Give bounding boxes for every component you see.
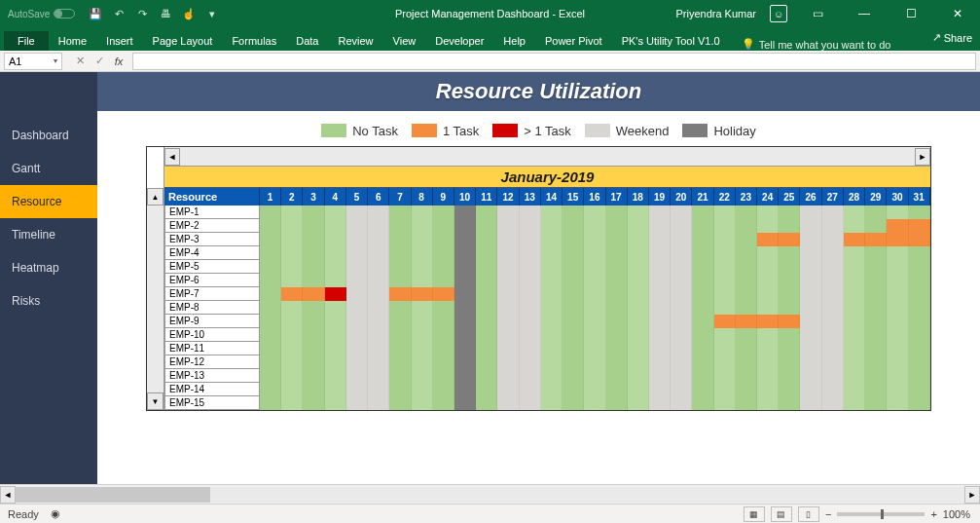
grid-cell[interactable] [520,287,541,301]
grid-cell[interactable] [757,383,779,396]
grid-cell[interactable] [368,383,389,396]
grid-cell[interactable] [497,342,519,355]
grid-cell[interactable] [325,396,346,410]
grid-cell[interactable] [325,274,346,287]
grid-cell[interactable] [714,355,736,369]
pagelayout-view-icon[interactable]: ▤ [771,506,792,522]
grid-cell[interactable] [671,396,692,410]
grid-cell[interactable] [800,301,821,315]
resource-name-cell[interactable]: EMP-5 [164,260,260,274]
grid-cell[interactable] [389,219,411,233]
ribbon-tab-view[interactable]: View [383,31,426,51]
grid-cell[interactable] [779,287,800,301]
grid-cell[interactable] [260,205,281,219]
grid-cell[interactable] [649,369,671,383]
grid-cell[interactable] [368,274,389,287]
grid-cell[interactable] [454,328,476,342]
grid-cell[interactable] [281,355,303,369]
grid-cell[interactable] [433,233,454,246]
grid-cell[interactable] [865,274,887,287]
resource-name-cell[interactable]: EMP-14 [164,383,260,396]
grid-cell[interactable] [800,219,821,233]
grid-cell[interactable] [454,383,476,396]
grid-cell[interactable] [563,233,584,246]
grid-cell[interactable] [692,355,713,369]
grid-cell[interactable] [779,396,800,410]
grid-cell[interactable] [281,233,303,246]
grid-cell[interactable] [281,315,303,328]
grid-cell[interactable] [303,260,324,274]
grid-cell[interactable] [757,233,779,246]
grid-cell[interactable] [865,355,887,369]
grid-cell[interactable] [736,274,757,287]
grid-cell[interactable] [368,369,389,383]
grid-cell[interactable] [541,328,563,342]
grid-cell[interactable] [584,274,605,287]
grid-cell[interactable] [800,396,821,410]
grid-cell[interactable] [433,246,454,260]
grid-cell[interactable] [584,396,605,410]
grid-cell[interactable] [671,233,692,246]
resource-name-cell[interactable]: EMP-9 [164,315,260,328]
grid-cell[interactable] [779,355,800,369]
grid-cell[interactable] [736,396,757,410]
grid-cell[interactable] [563,355,584,369]
grid-cell[interactable] [303,342,324,355]
tell-me-search[interactable]: 💡 Tell me what you want to do [742,38,891,51]
grid-cell[interactable] [520,274,541,287]
grid-cell[interactable] [497,219,519,233]
resource-name-cell[interactable]: EMP-12 [164,355,260,369]
grid-cell[interactable] [671,219,692,233]
grid-cell[interactable] [779,369,800,383]
grid-cell[interactable] [649,396,671,410]
grid-cell[interactable] [584,369,605,383]
grid-cell[interactable] [520,383,541,396]
grid-cell[interactable] [628,260,649,274]
grid-cell[interactable] [303,301,324,315]
scroll-track[interactable] [180,148,915,166]
grid-cell[interactable] [368,287,389,301]
resource-name-cell[interactable]: EMP-15 [164,396,260,410]
grid-cell[interactable] [865,315,887,328]
grid-cell[interactable] [844,383,865,396]
grid-cell[interactable] [822,233,844,246]
grid-cell[interactable] [389,396,411,410]
grid-cell[interactable] [736,205,757,219]
grid-cell[interactable] [346,246,368,260]
grid-cell[interactable] [476,233,497,246]
grid-cell[interactable] [563,315,584,328]
grid-cell[interactable] [412,328,433,342]
grid-cell[interactable] [887,233,908,246]
grid-cell[interactable] [281,396,303,410]
ribbon-tab-help[interactable]: Help [493,31,535,51]
grid-cell[interactable] [671,301,692,315]
grid-cell[interactable] [476,219,497,233]
grid-cell[interactable] [779,274,800,287]
grid-cell[interactable] [779,233,800,246]
grid-cell[interactable] [757,287,779,301]
grid-cell[interactable] [584,301,605,315]
grid-cell[interactable] [325,287,346,301]
grid-cell[interactable] [649,315,671,328]
grid-cell[interactable] [325,328,346,342]
grid-cell[interactable] [887,219,908,233]
grid-cell[interactable] [412,396,433,410]
save-icon[interactable]: 💾 [89,7,102,20]
grid-cell[interactable] [692,246,713,260]
grid-cell[interactable] [909,355,930,369]
grid-cell[interactable] [800,246,821,260]
grid-cell[interactable] [563,205,584,219]
grid-cell[interactable] [476,274,497,287]
grid-cell[interactable] [584,355,605,369]
grid-cell[interactable] [389,233,411,246]
grid-cell[interactable] [541,246,563,260]
sidebar-item-timeline[interactable]: Timeline [0,218,97,251]
pagebreak-view-icon[interactable]: ▯ [798,506,819,522]
grid-cell[interactable] [497,260,519,274]
grid-cell[interactable] [714,246,736,260]
grid-cell[interactable] [346,396,368,410]
grid-cell[interactable] [800,205,821,219]
grid-cell[interactable] [800,369,821,383]
close-button[interactable]: ✕ [941,0,974,27]
grid-cell[interactable] [649,246,671,260]
